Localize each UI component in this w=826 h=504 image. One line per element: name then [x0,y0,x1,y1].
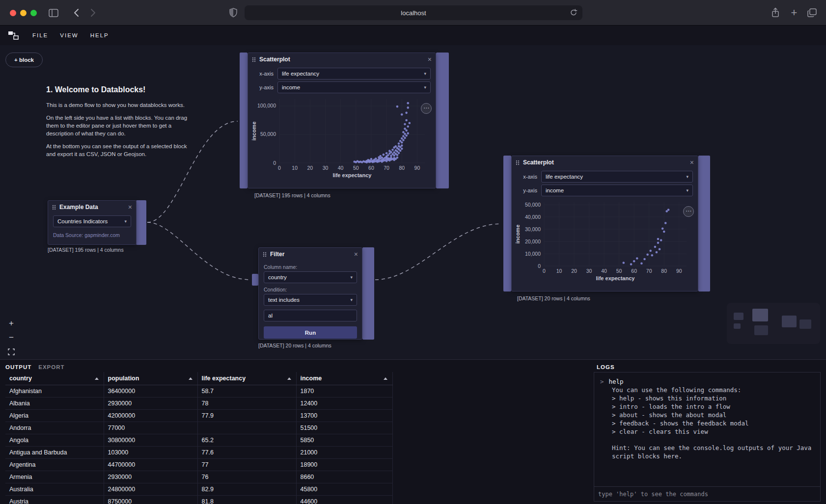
refresh-icon[interactable] [570,8,578,17]
zoom-in-icon[interactable]: + [6,318,17,329]
column-header[interactable]: population [104,372,197,385]
tab-export[interactable]: EXPORT [38,364,64,370]
window-zoom-button[interactable] [30,10,37,16]
back-icon[interactable] [70,7,83,19]
filter-output-port[interactable] [362,247,374,340]
x-axis-label: x-axis [517,174,537,180]
drag-handle-icon[interactable] [52,205,56,210]
sort-caret-icon[interactable] [287,377,291,380]
table-cell: 78 [197,397,296,409]
x-axis-select[interactable]: life expectancy ▾ [277,68,431,80]
filter-node[interactable]: Filter × Column name: country ▾ Conditio… [258,247,362,340]
table-cell: 76 [197,471,296,483]
table-cell: 58.7 [197,385,296,397]
menu-item-file[interactable]: FILE [27,29,54,41]
menu-item-help[interactable]: HELP [84,29,115,41]
table-cell: 2930000 [104,471,197,483]
column-header[interactable]: income [296,372,392,385]
filter-query-input[interactable] [264,310,357,321]
scatterplot-right-output-port[interactable] [698,156,710,292]
scatterplot-right-node[interactable]: Scatterplot × x-axis life expectancy ▾ y… [511,156,698,292]
table-row: Australia2480000082.945800 [5,483,392,495]
table-cell: 8660 [296,471,392,483]
column-select-value: country [268,274,287,280]
run-button[interactable]: Run [264,326,357,339]
filter-input-port[interactable] [252,274,258,286]
logs-command-input[interactable] [594,486,820,501]
x-axis-select[interactable]: life expectancy ▾ [541,171,693,183]
scatterplot-top-node-header[interactable]: Scatterplot × [248,53,436,66]
tab-output[interactable]: OUTPUT [5,364,31,370]
scatter-chart: 0102030405060708090050,000100,000life ex… [250,95,436,182]
new-tab-icon[interactable]: + [788,7,800,19]
svg-text:80: 80 [661,268,667,274]
sidebar-toggle-icon[interactable] [47,7,60,19]
zoom-out-icon[interactable]: − [6,332,17,343]
url-bar[interactable]: localhost [245,5,582,20]
node-title: Scatterplot [523,159,690,166]
fit-view-icon[interactable] [6,346,17,357]
y-axis-select[interactable]: income ▾ [541,185,693,196]
svg-text:20: 20 [307,165,313,171]
column-header[interactable]: life expectancy [197,372,296,385]
more-options-button[interactable]: ⋯ [421,103,432,114]
flow-canvas[interactable]: + block 1. Welcome to Datablocks! This i… [0,45,826,359]
filter-node-header[interactable]: Filter × [259,248,362,261]
output-table-body: Afghanistan3640000058.71870Albania293000… [5,385,392,504]
share-icon[interactable] [769,7,782,19]
scatterplot-top-node[interactable]: Scatterplot × x-axis life expectancy ▾ y… [248,53,436,188]
table-cell: 103000 [104,446,197,458]
add-block-button[interactable]: + block [5,53,43,67]
app-logo-icon[interactable] [8,31,19,40]
close-icon[interactable]: × [128,204,132,211]
drag-handle-icon[interactable] [516,160,520,165]
table-row: Austria875000081.844600 [5,495,392,504]
example-data-output-port[interactable] [136,200,146,245]
scatterplot-right-input-port[interactable] [503,156,511,292]
scatterplot-top-input-port[interactable] [240,53,248,188]
column-header[interactable]: country [5,372,104,385]
y-axis-label: y-axis [253,84,274,90]
menu-item-view[interactable]: VIEW [54,29,84,41]
window-minimize-button[interactable] [20,10,27,16]
sort-caret-icon[interactable] [384,377,387,380]
table-cell: Argentina [5,458,104,471]
forward-icon[interactable] [86,7,99,19]
svg-text:70: 70 [646,268,652,274]
svg-text:60: 60 [631,268,637,274]
privacy-shield-icon[interactable] [227,7,240,19]
table-cell: Albania [5,397,104,409]
close-icon[interactable]: × [354,251,358,258]
table-cell: 81.8 [197,495,296,504]
svg-text:30,000: 30,000 [525,226,541,232]
scatterplot-right-node-header[interactable]: Scatterplot × [512,156,698,169]
table-cell: 18900 [296,458,392,471]
window-close-button[interactable] [10,10,16,16]
log-line: > about - shows the about modal [612,411,814,419]
table-cell: Austria [5,495,104,504]
svg-text:20,000: 20,000 [525,239,541,244]
node-caption: [DATASET] 195 rows | 4 columns [48,247,124,253]
dataset-select[interactable]: Countries Indicators ▾ [53,215,131,227]
minimap[interactable] [727,303,820,344]
sort-caret-icon[interactable] [189,377,193,380]
column-select[interactable]: country ▾ [264,271,357,283]
table-row: Algeria4200000077.913700 [5,409,392,422]
scatterplot-top-output-port[interactable] [436,53,449,188]
sort-caret-icon[interactable] [95,377,99,380]
more-options-button[interactable]: ⋯ [683,206,694,217]
datablocks-app: localhost + FILE VIEW HELP + block 1 [0,0,826,504]
close-icon[interactable]: × [428,56,432,63]
table-cell: 77 [197,458,296,471]
svg-text:90: 90 [414,165,420,171]
tab-overview-icon[interactable] [805,7,818,19]
log-line: > help - shows this information [612,394,814,402]
y-axis-select[interactable]: income ▾ [277,81,431,93]
example-data-node-header[interactable]: Example Data × [48,201,136,213]
drag-handle-icon[interactable] [263,252,267,257]
svg-text:50,000: 50,000 [260,131,276,137]
drag-handle-icon[interactable] [252,57,256,62]
example-data-node[interactable]: Example Data × Countries Indicators ▾ Da… [48,200,137,245]
close-icon[interactable]: × [690,159,694,166]
condition-select[interactable]: text includes ▾ [264,294,357,306]
